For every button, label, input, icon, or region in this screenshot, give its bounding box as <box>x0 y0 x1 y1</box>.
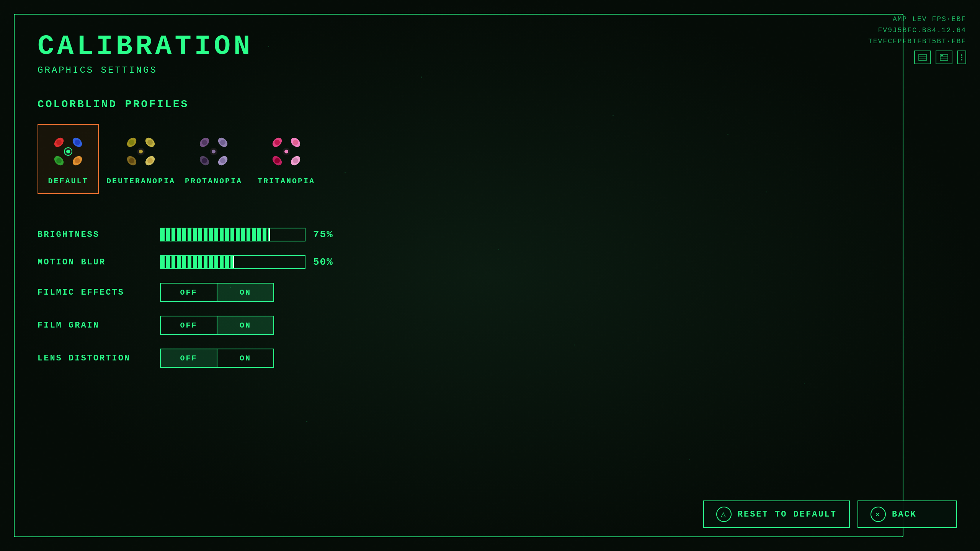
svg-point-20 <box>66 150 70 153</box>
svg-point-49 <box>293 140 298 145</box>
motion-blur-label: MOTION BLUR <box>38 258 145 267</box>
svg-point-38 <box>220 140 225 145</box>
svg-point-48 <box>274 140 280 145</box>
svg-point-29 <box>147 158 153 163</box>
film-grain-label: FILM GRAIN <box>38 321 145 330</box>
svg-point-17 <box>56 158 62 163</box>
motion-blur-row: MOTION BLUR 50% <box>38 248 880 276</box>
profile-tritanopia[interactable]: TRITANOPIA <box>256 124 317 194</box>
filmic-effects-on[interactable]: ON <box>217 283 274 302</box>
film-grain-on[interactable]: ON <box>217 316 274 335</box>
svg-point-7 <box>961 54 962 56</box>
svg-point-16 <box>75 140 80 145</box>
page-subtitle: GRAPHICS SETTINGS <box>38 65 880 75</box>
back-icon: ✕ <box>871 507 886 522</box>
hud-icon-3 <box>957 51 966 64</box>
colorblind-section-title: COLORBLIND PROFILES <box>38 98 880 110</box>
motion-blur-slider-container: 50% <box>160 255 340 269</box>
lens-distortion-label: LENS DISTORTION <box>38 354 145 363</box>
motion-blur-slider[interactable] <box>160 255 305 269</box>
svg-rect-6 <box>941 55 943 56</box>
svg-point-42 <box>212 150 216 153</box>
brightness-slider-container: 75% <box>160 228 340 241</box>
lens-distortion-off[interactable]: OFF <box>160 349 217 368</box>
profile-default-label: DEFAULT <box>48 177 88 186</box>
back-label: BACK <box>892 510 917 519</box>
svg-point-8 <box>961 57 962 58</box>
profile-protanopia[interactable]: PROTANOPIA <box>183 124 244 194</box>
svg-point-9 <box>961 59 962 60</box>
main-panel: CALIBRATION GRAPHICS SETTINGS COLORBLIND… <box>14 14 903 537</box>
svg-point-37 <box>202 140 207 145</box>
hud-icon-2 <box>936 51 952 64</box>
svg-point-26 <box>129 140 134 145</box>
film-grain-toggle: OFF ON <box>160 316 274 335</box>
profile-protanopia-label: PROTANOPIA <box>185 177 242 186</box>
lens-distortion-row: LENS DISTORTION OFF ON <box>38 342 880 375</box>
svg-point-53 <box>284 150 288 153</box>
brightness-row: BRIGHTNESS 75% <box>38 221 880 248</box>
svg-point-51 <box>293 158 298 163</box>
profile-default[interactable]: DEFAULT <box>38 124 99 194</box>
reset-to-default-button[interactable]: △ RESET TO DEFAULT <box>703 500 850 528</box>
profile-tritanopia-label: TRITANOPIA <box>258 177 315 186</box>
svg-point-27 <box>147 140 153 145</box>
filmic-effects-off[interactable]: OFF <box>160 283 217 302</box>
svg-point-31 <box>139 150 143 153</box>
hud-info: AMP LEV FPS·EBF FV9J5BFC.B84.12.64 TEVFC… <box>868 14 966 64</box>
brightness-value: 75% <box>313 229 340 240</box>
svg-point-50 <box>274 158 280 163</box>
hud-line1: AMP LEV FPS·EBF <box>868 14 966 25</box>
svg-point-18 <box>75 158 80 163</box>
settings-section: BRIGHTNESS 75% MOTION BLUR 50% F <box>38 221 880 375</box>
bottom-buttons: △ RESET TO DEFAULT ✕ BACK <box>703 500 957 528</box>
lens-distortion-on[interactable]: ON <box>217 349 274 368</box>
brightness-label: BRIGHTNESS <box>38 230 145 240</box>
profiles-row: DEFAULT DEUTERANOPIA <box>38 124 880 194</box>
back-button[interactable]: ✕ BACK <box>858 500 957 528</box>
svg-rect-0 <box>919 54 926 60</box>
svg-point-28 <box>129 158 134 163</box>
lens-distortion-toggle: OFF ON <box>160 349 274 368</box>
svg-point-40 <box>220 158 225 163</box>
svg-point-15 <box>56 140 62 145</box>
brightness-slider[interactable] <box>160 228 305 241</box>
filmic-effects-label: FILMIC EFFECTS <box>38 288 145 297</box>
film-grain-row: FILM GRAIN OFF ON <box>38 309 880 342</box>
profile-deuteranopia[interactable]: DEUTERANOPIA <box>110 124 172 194</box>
reset-label: RESET TO DEFAULT <box>738 510 837 519</box>
hud-icon-1 <box>914 51 931 64</box>
profile-deuteranopia-label: DEUTERANOPIA <box>106 177 175 186</box>
motion-blur-value: 50% <box>313 256 340 268</box>
film-grain-off[interactable]: OFF <box>160 316 217 335</box>
svg-point-39 <box>202 158 207 163</box>
filmic-effects-toggle: OFF ON <box>160 283 274 302</box>
hud-line3: TEVFCFPFBTFBT5BT·FBF <box>868 36 966 47</box>
hud-line2: FV9J5BFC.B84.12.64 <box>868 25 966 36</box>
filmic-effects-row: FILMIC EFFECTS OFF ON <box>38 276 880 309</box>
reset-icon: △ <box>716 507 732 522</box>
page-title: CALIBRATION <box>38 33 880 60</box>
